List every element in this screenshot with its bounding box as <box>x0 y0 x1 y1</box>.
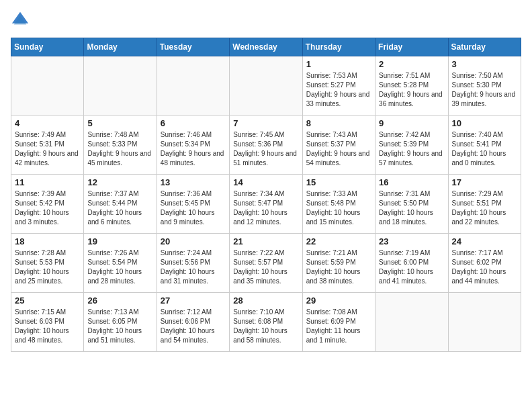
day-number: 15 <box>306 177 371 187</box>
day-number: 1 <box>306 59 371 69</box>
weekday-header-sunday: Sunday <box>11 38 84 56</box>
calendar-cell: 19Sunrise: 7:26 AMSunset: 5:54 PMDayligh… <box>84 234 157 293</box>
day-info: Sunrise: 7:49 AMSunset: 5:31 PMDaylight:… <box>15 130 80 168</box>
day-number: 22 <box>306 236 371 246</box>
calendar-cell: 15Sunrise: 7:33 AMSunset: 5:48 PMDayligh… <box>302 175 375 234</box>
calendar-cell: 9Sunrise: 7:42 AMSunset: 5:39 PMDaylight… <box>375 116 448 175</box>
weekday-header-saturday: Saturday <box>448 38 521 56</box>
day-number: 18 <box>15 236 80 246</box>
weekday-header-thursday: Thursday <box>302 38 375 56</box>
day-info: Sunrise: 7:17 AMSunset: 6:02 PMDaylight:… <box>452 248 517 286</box>
calendar-cell: 27Sunrise: 7:12 AMSunset: 6:06 PMDayligh… <box>157 293 229 352</box>
calendar-cell: 4Sunrise: 7:49 AMSunset: 5:31 PMDaylight… <box>11 116 84 175</box>
calendar-cell: 5Sunrise: 7:48 AMSunset: 5:33 PMDaylight… <box>84 116 157 175</box>
day-number: 5 <box>87 118 152 128</box>
calendar-cell: 26Sunrise: 7:13 AMSunset: 6:05 PMDayligh… <box>84 293 157 352</box>
calendar-cell: 11Sunrise: 7:39 AMSunset: 5:42 PMDayligh… <box>11 175 84 234</box>
calendar-cell: 29Sunrise: 7:08 AMSunset: 6:09 PMDayligh… <box>302 293 375 352</box>
calendar-cell: 3Sunrise: 7:50 AMSunset: 5:30 PMDaylight… <box>448 56 521 116</box>
calendar-cell <box>157 56 229 116</box>
day-info: Sunrise: 7:53 AMSunset: 5:27 PMDaylight:… <box>306 71 371 109</box>
day-number: 26 <box>87 295 152 306</box>
day-info: Sunrise: 7:34 AMSunset: 5:47 PMDaylight:… <box>233 189 298 227</box>
day-info: Sunrise: 7:42 AMSunset: 5:39 PMDaylight:… <box>379 130 444 168</box>
day-info: Sunrise: 7:08 AMSunset: 6:09 PMDaylight:… <box>306 308 371 345</box>
calendar-table: SundayMondayTuesdayWednesdayThursdayFrid… <box>11 38 521 352</box>
day-info: Sunrise: 7:29 AMSunset: 5:51 PMDaylight:… <box>452 189 517 227</box>
calendar-cell: 25Sunrise: 7:15 AMSunset: 6:03 PMDayligh… <box>11 293 84 352</box>
day-info: Sunrise: 7:51 AMSunset: 5:28 PMDaylight:… <box>379 71 444 109</box>
day-info: Sunrise: 7:15 AMSunset: 6:03 PMDaylight:… <box>15 308 80 345</box>
page-header <box>11 11 521 30</box>
calendar-cell <box>375 293 448 352</box>
day-info: Sunrise: 7:50 AMSunset: 5:30 PMDaylight:… <box>452 71 517 109</box>
day-number: 2 <box>379 59 444 69</box>
day-number: 12 <box>87 177 152 187</box>
day-number: 7 <box>233 118 298 128</box>
day-number: 24 <box>452 236 517 246</box>
logo-icon <box>11 11 30 30</box>
calendar-cell: 6Sunrise: 7:46 AMSunset: 5:34 PMDaylight… <box>157 116 229 175</box>
day-info: Sunrise: 7:26 AMSunset: 5:54 PMDaylight:… <box>87 248 152 286</box>
day-number: 8 <box>306 118 371 128</box>
day-number: 19 <box>87 236 152 246</box>
calendar-cell <box>84 56 157 116</box>
day-info: Sunrise: 7:48 AMSunset: 5:33 PMDaylight:… <box>87 130 152 168</box>
day-info: Sunrise: 7:12 AMSunset: 6:06 PMDaylight:… <box>161 308 226 345</box>
calendar-cell: 8Sunrise: 7:43 AMSunset: 5:37 PMDaylight… <box>302 116 375 175</box>
calendar-cell <box>448 293 521 352</box>
day-number: 9 <box>379 118 444 128</box>
calendar-cell: 23Sunrise: 7:19 AMSunset: 6:00 PMDayligh… <box>375 234 448 293</box>
day-number: 6 <box>161 118 226 128</box>
day-info: Sunrise: 7:40 AMSunset: 5:41 PMDaylight:… <box>452 130 517 168</box>
calendar-cell: 10Sunrise: 7:40 AMSunset: 5:41 PMDayligh… <box>448 116 521 175</box>
day-number: 10 <box>452 118 517 128</box>
calendar-week-1: 1Sunrise: 7:53 AMSunset: 5:27 PMDaylight… <box>11 56 521 116</box>
day-info: Sunrise: 7:39 AMSunset: 5:42 PMDaylight:… <box>15 189 80 227</box>
day-info: Sunrise: 7:28 AMSunset: 5:53 PMDaylight:… <box>15 248 80 286</box>
day-number: 4 <box>15 118 80 128</box>
day-number: 28 <box>233 295 298 306</box>
calendar-cell: 28Sunrise: 7:10 AMSunset: 6:08 PMDayligh… <box>230 293 302 352</box>
weekday-header-wednesday: Wednesday <box>230 38 302 56</box>
day-number: 11 <box>15 177 80 187</box>
calendar-cell: 22Sunrise: 7:21 AMSunset: 5:59 PMDayligh… <box>302 234 375 293</box>
calendar-week-3: 11Sunrise: 7:39 AMSunset: 5:42 PMDayligh… <box>11 175 521 234</box>
calendar-cell: 17Sunrise: 7:29 AMSunset: 5:51 PMDayligh… <box>448 175 521 234</box>
day-info: Sunrise: 7:24 AMSunset: 5:56 PMDaylight:… <box>161 248 226 286</box>
day-number: 14 <box>233 177 298 187</box>
calendar-cell: 20Sunrise: 7:24 AMSunset: 5:56 PMDayligh… <box>157 234 229 293</box>
day-number: 21 <box>233 236 298 246</box>
day-number: 3 <box>452 59 517 69</box>
day-info: Sunrise: 7:37 AMSunset: 5:44 PMDaylight:… <box>87 189 152 227</box>
day-number: 13 <box>161 177 226 187</box>
weekday-header-monday: Monday <box>84 38 157 56</box>
day-info: Sunrise: 7:36 AMSunset: 5:45 PMDaylight:… <box>161 189 226 227</box>
day-info: Sunrise: 7:33 AMSunset: 5:48 PMDaylight:… <box>306 189 371 227</box>
calendar-cell <box>11 56 84 116</box>
calendar-cell: 7Sunrise: 7:45 AMSunset: 5:36 PMDaylight… <box>230 116 302 175</box>
day-number: 29 <box>306 295 371 306</box>
calendar-cell: 13Sunrise: 7:36 AMSunset: 5:45 PMDayligh… <box>157 175 229 234</box>
calendar-cell: 16Sunrise: 7:31 AMSunset: 5:50 PMDayligh… <box>375 175 448 234</box>
calendar-cell: 2Sunrise: 7:51 AMSunset: 5:28 PMDaylight… <box>375 56 448 116</box>
day-number: 25 <box>15 295 80 306</box>
day-number: 20 <box>161 236 226 246</box>
day-info: Sunrise: 7:31 AMSunset: 5:50 PMDaylight:… <box>379 189 444 227</box>
day-number: 23 <box>379 236 444 246</box>
calendar-cell: 1Sunrise: 7:53 AMSunset: 5:27 PMDaylight… <box>302 56 375 116</box>
day-number: 27 <box>161 295 226 306</box>
day-info: Sunrise: 7:46 AMSunset: 5:34 PMDaylight:… <box>161 130 226 168</box>
weekday-header-row: SundayMondayTuesdayWednesdayThursdayFrid… <box>11 38 521 56</box>
logo <box>11 11 32 30</box>
day-info: Sunrise: 7:19 AMSunset: 6:00 PMDaylight:… <box>379 248 444 286</box>
day-info: Sunrise: 7:21 AMSunset: 5:59 PMDaylight:… <box>306 248 371 286</box>
day-info: Sunrise: 7:13 AMSunset: 6:05 PMDaylight:… <box>87 308 152 345</box>
calendar-cell: 24Sunrise: 7:17 AMSunset: 6:02 PMDayligh… <box>448 234 521 293</box>
day-info: Sunrise: 7:45 AMSunset: 5:36 PMDaylight:… <box>233 130 298 168</box>
calendar-week-4: 18Sunrise: 7:28 AMSunset: 5:53 PMDayligh… <box>11 234 521 293</box>
weekday-header-friday: Friday <box>375 38 448 56</box>
day-number: 16 <box>379 177 444 187</box>
calendar-cell: 14Sunrise: 7:34 AMSunset: 5:47 PMDayligh… <box>230 175 302 234</box>
calendar-cell: 18Sunrise: 7:28 AMSunset: 5:53 PMDayligh… <box>11 234 84 293</box>
